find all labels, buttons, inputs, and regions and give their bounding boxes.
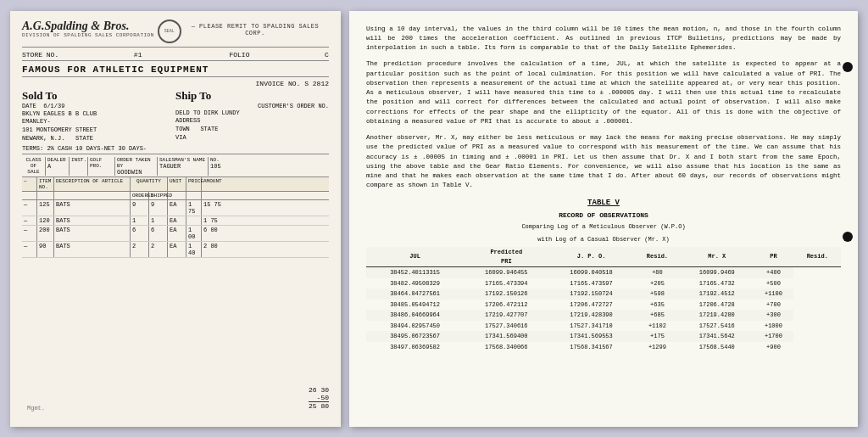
cell-4-2: 17219.428390: [548, 310, 633, 321]
table-title: TABLE V: [366, 198, 841, 210]
item-desc: BATS: [54, 200, 131, 216]
cell-2-0: 38464.04727561: [366, 289, 464, 300]
customer-order-label: CUSTOMER'S ORDER NO.: [175, 103, 329, 109]
para2: The prediction procedure involves the ca…: [366, 59, 841, 126]
item-amount: 1 75: [202, 216, 227, 225]
buyer-name: BKLYN EAGLES B B CLUB: [22, 110, 175, 119]
store-number: #1: [134, 51, 142, 59]
cell-3-1: 17206.472112: [464, 300, 548, 311]
no-col: NO. 105: [209, 157, 230, 176]
cell-0-3: +80: [634, 267, 681, 278]
total-area: 26 30 -50 25 80: [309, 386, 329, 410]
via-line: VIA: [175, 134, 329, 143]
cell-5-5: +1000: [753, 321, 793, 332]
item-desc: BATS: [54, 242, 131, 257]
table-sub1: Comparing Log of a Meticulous Observer (…: [366, 222, 841, 232]
table-row: — 120 BATS 1 1 EA 1 75: [22, 216, 329, 226]
col-header-item-no: —: [22, 177, 37, 191]
cell-7-3: +1299: [634, 342, 681, 353]
item-price: [186, 216, 202, 225]
logo-sub: Division of Spalding Sales Corporation: [22, 32, 154, 38]
folio-value: C: [325, 51, 329, 59]
buyer-addr1: EMANLEY-: [22, 118, 175, 126]
col-header-unit: UNIT: [168, 177, 186, 191]
cell-2-5: +1100: [753, 289, 793, 300]
item-dash: —: [22, 242, 37, 257]
cell-6-3: +175: [634, 331, 681, 342]
list-item: 38482.4950832917165.47339417165.473597+2…: [366, 278, 841, 289]
state-label: STATE: [75, 135, 93, 142]
table-row: — 200 BATS 6 6 EA 1 00 6 00: [22, 226, 329, 242]
item-amount: 15 75: [202, 200, 227, 216]
th-resid2: Resid.: [793, 247, 841, 267]
cell-3-5: +700: [753, 300, 793, 311]
col-header-desc: DESCRIPTION OF ARTICLE: [54, 177, 131, 191]
cell-4-3: +685: [634, 310, 681, 321]
col-ordered: ORDERED: [131, 192, 149, 199]
item-desc: BATS: [54, 216, 131, 225]
item-number: 200: [37, 226, 54, 241]
cell-0-2: 16099.040518: [548, 267, 633, 278]
cell-2-4: 17192.4512: [681, 289, 753, 300]
buyer-town: NEWARK, N.J. STATE: [22, 135, 175, 143]
item-number: 125: [37, 200, 54, 216]
cell-6-4: 17341.5642: [681, 331, 753, 342]
th-resid1: Resid.: [634, 247, 681, 267]
list-item: 38495.0672356717341.56940017341.569553+1…: [366, 331, 841, 342]
folio-label: FOLIO: [229, 51, 249, 59]
cell-1-3: +205: [634, 278, 681, 289]
doc-header: A.G.Spalding & Bros. Division of Spaldin…: [22, 20, 329, 48]
item-shipped: 1: [149, 216, 168, 225]
item-dash: —: [22, 216, 37, 225]
cell-3-4: 17206.4728: [681, 300, 753, 311]
cell-1-1: 17165.473394: [464, 278, 548, 289]
ship-town-state: TOWN STATE: [175, 126, 329, 134]
date-line: DATE 6/1/39: [22, 103, 175, 109]
cell-1-4: 17165.4732: [681, 278, 753, 289]
col-header-amount: AMOUNT: [202, 177, 227, 191]
cell-2-1: 17192.150126: [464, 289, 548, 300]
cell-1-0: 38482.49508329: [366, 278, 464, 289]
terms-value: 2% CASH 10 DAYS-NET 30 DAYS-: [47, 145, 147, 152]
main-container: A.G.Spalding & Bros. Division of Spaldin…: [10, 11, 858, 427]
cell-7-2: 17568.341567: [548, 342, 633, 353]
item-ordered: 9: [131, 200, 149, 216]
item-number: 120: [37, 216, 54, 225]
th-pr: PR: [753, 247, 793, 267]
cell-4-0: 38486.04669964: [366, 310, 464, 321]
sold-block: Sold To DATE 6/1/39 BKLYN EAGLES B B CLU…: [22, 89, 175, 152]
item-desc: BATS: [54, 226, 131, 241]
invoice-number: S 2812: [304, 80, 329, 87]
para1: Using a 10 day interval, the values in t…: [366, 25, 841, 53]
cell-7-5: +900: [753, 342, 793, 353]
buyer-address: BKLYN EAGLES B B CLUB EMANLEY- 101 MONTG…: [22, 110, 175, 143]
cell-3-2: 17206.472727: [548, 300, 633, 311]
cell-7-1: 17568.340066: [464, 342, 548, 353]
remit-text: — PLEASE REMIT TO SPALDING SALES CORP.: [181, 20, 329, 36]
cell-6-1: 17341.569400: [464, 331, 548, 342]
left-document: A.G.Spalding & Bros. Division of Spaldin…: [10, 11, 341, 427]
list-item: 38497.0636958217568.34006617568.341567+1…: [366, 342, 841, 353]
cell-2-3: +598: [634, 289, 681, 300]
ship-to-label: Ship To: [175, 89, 211, 102]
col-header-qty: QUANTITY: [131, 177, 168, 191]
inst-col: INST.: [70, 157, 88, 176]
col-header-price: PRICE: [186, 177, 202, 191]
list-item: 38485.0549471217206.47211217206.472727+6…: [366, 300, 841, 311]
class-header: CLASS OF SALE: [22, 157, 46, 176]
table-row: — 90 BATS 2 2 EA 1 40 2 80: [22, 242, 329, 258]
store-label: STORE NO.: [22, 51, 58, 59]
item-number: 90: [37, 242, 54, 257]
item-dash: —: [22, 226, 37, 241]
cell-5-4: 17527.5416: [681, 321, 753, 332]
item-dash: —: [22, 200, 37, 216]
cell-7-4: 17568.5440: [681, 342, 753, 353]
invoice-row: INVOICE NO. S 2812: [22, 80, 329, 87]
cell-0-0: 38452.40113315: [366, 267, 464, 278]
salesman-col: SALESMAN'S NAME TAGUER: [158, 157, 209, 176]
cell-7-0: 38497.06369582: [366, 342, 464, 353]
list-item: 38494.0295745017527.34061617527.341710+1…: [366, 321, 841, 332]
cell-0-1: 16099.946455: [464, 267, 548, 278]
cell-1-2: 17165.473597: [548, 278, 633, 289]
list-item: 38452.4011331516099.94645516099.040518+8…: [366, 267, 841, 278]
